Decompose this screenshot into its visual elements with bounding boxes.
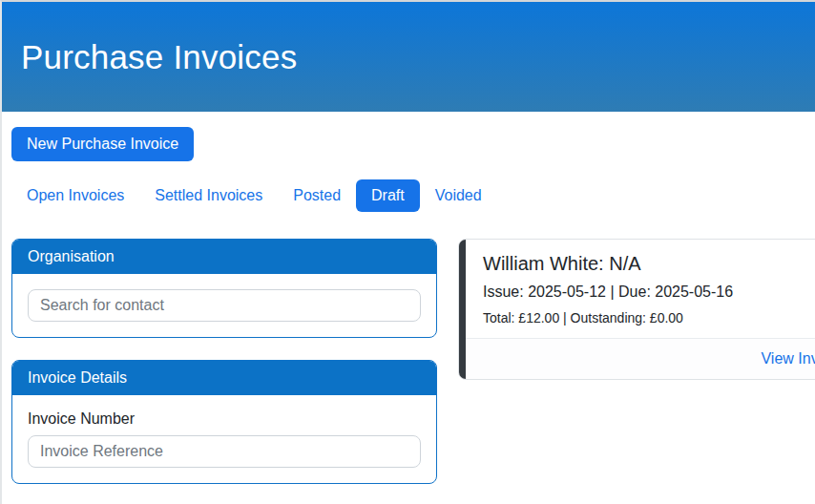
filter-column: Organisation Invoice Details Invoice Num… [11,239,437,484]
organisation-card: Organisation [11,239,437,338]
tab-voided[interactable]: Voided [420,179,497,212]
invoice-card-body: William White: N/A Issue: 2025-05-12 | D… [459,240,815,338]
view-invoice-link[interactable]: View Invoice [761,350,815,367]
tab-draft[interactable]: Draft [356,179,420,212]
tab-open-invoices[interactable]: Open Invoices [11,179,139,212]
tab-posted[interactable]: Posted [278,179,356,212]
organisation-card-header: Organisation [12,240,436,274]
invoice-number-input[interactable] [28,435,421,468]
invoice-accent-bar [459,240,466,379]
invoice-amounts: Total: £12.00 | Outstanding: £0.00 [483,310,815,326]
invoice-card-footer: View Invoice [459,338,815,379]
invoice-details-card-header: Invoice Details [12,361,436,395]
content: New Purchase Invoice Open Invoices Settl… [2,112,815,484]
invoice-number-label: Invoice Number [28,410,421,428]
page: Purchase Invoices New Purchase Invoice O… [0,0,815,504]
page-title: Purchase Invoices [21,38,297,76]
invoice-title: William White: N/A [483,253,815,275]
new-purchase-invoice-button[interactable]: New Purchase Invoice [11,127,194,161]
invoice-dates: Issue: 2025-05-12 | Due: 2025-05-16 [483,284,815,301]
contact-search-input[interactable] [28,289,421,322]
main-row: Organisation Invoice Details Invoice Num… [11,239,815,484]
invoice-details-card-body: Invoice Number [12,395,436,483]
page-header: Purchase Invoices [2,2,815,112]
organisation-card-body [12,274,436,337]
invoice-card: William White: N/A Issue: 2025-05-12 | D… [458,239,815,380]
invoice-status-tabs: Open Invoices Settled Invoices Posted Dr… [11,179,815,212]
invoice-details-card: Invoice Details Invoice Number [11,360,437,484]
tab-settled-invoices[interactable]: Settled Invoices [139,179,278,212]
